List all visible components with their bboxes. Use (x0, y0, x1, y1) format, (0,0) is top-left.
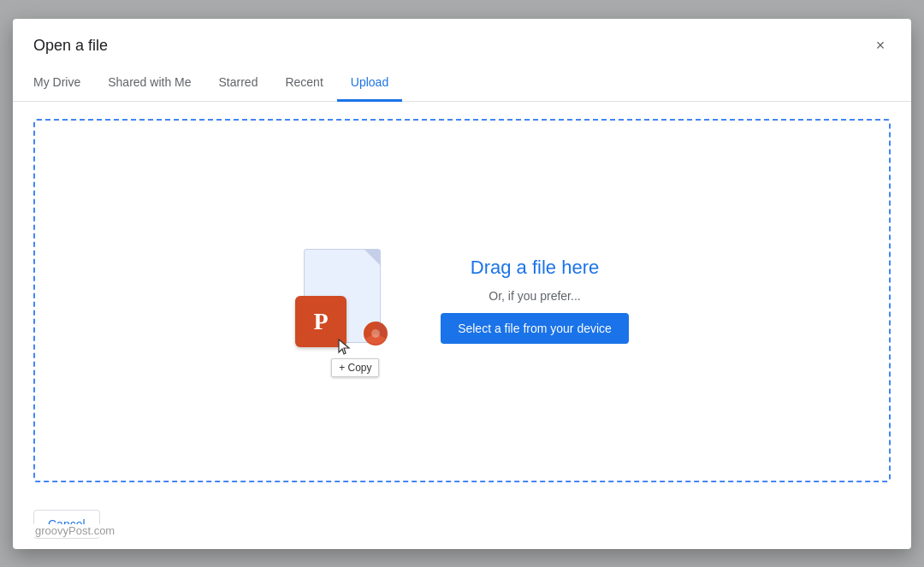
powerpoint-icon: P (295, 249, 389, 351)
dialog-overlay: Open a file × My Drive Shared with Me St… (0, 0, 924, 567)
dialog-body: P Copy (13, 102, 911, 499)
dialog-title: Open a file (33, 37, 108, 55)
drag-text: Drag a file here (471, 257, 599, 279)
watermark: groovyPost.com (33, 524, 116, 537)
upload-content: Drag a file here Or, if you prefer... Se… (441, 257, 629, 344)
dialog-header: Open a file × (13, 19, 911, 56)
tab-shared-with-me[interactable]: Shared with Me (94, 65, 204, 102)
tab-starred[interactable]: Starred (205, 65, 272, 102)
or-text: Or, if you prefer... (489, 289, 580, 303)
close-button[interactable]: × (870, 36, 891, 56)
tab-bar: My Drive Shared with Me Starred Recent U… (13, 65, 911, 102)
select-file-button[interactable]: Select a file from your device (441, 313, 629, 344)
tab-recent[interactable]: Recent (271, 65, 336, 102)
copy-badge: Copy (331, 358, 379, 377)
tab-my-drive[interactable]: My Drive (33, 65, 94, 102)
svg-point-1 (371, 329, 380, 338)
drop-zone[interactable]: P Copy (33, 119, 891, 482)
open-file-dialog: Open a file × My Drive Shared with Me St… (13, 19, 911, 549)
drag-file-icon-area: P Copy (295, 249, 389, 351)
tab-upload[interactable]: Upload (337, 65, 402, 102)
pie-chart-icon (362, 320, 389, 347)
dialog-footer: Cancel groovyPost.com (13, 499, 911, 549)
drag-cursor-icon (338, 339, 352, 356)
